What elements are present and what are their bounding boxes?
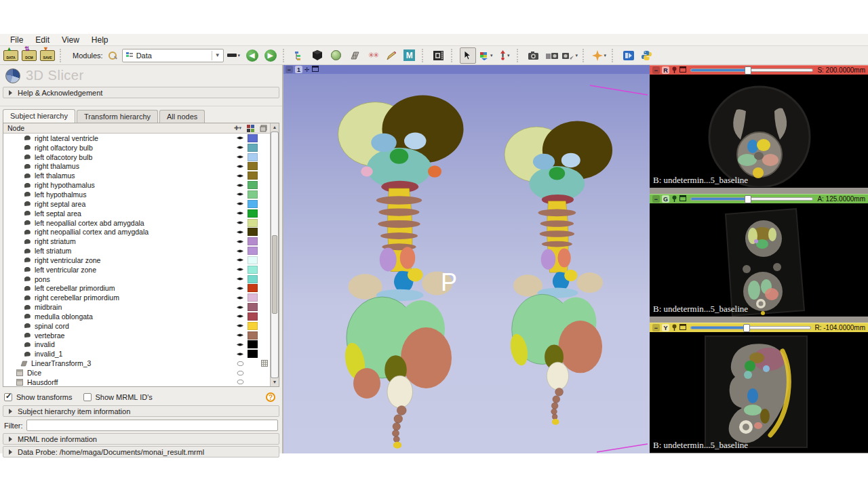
tree-row[interactable]: left hypothalmus xyxy=(3,190,269,199)
color-swatch[interactable] xyxy=(248,275,258,283)
subject-hierarchy-button[interactable] xyxy=(292,47,308,64)
collapse-view-button[interactable]: − xyxy=(652,66,660,74)
transforms-button[interactable] xyxy=(347,47,363,64)
color-swatch[interactable] xyxy=(248,190,258,199)
eye-visible-icon[interactable] xyxy=(235,266,245,272)
volume-rendering-button[interactable] xyxy=(310,47,326,64)
pin-icon[interactable] xyxy=(671,324,677,332)
yellow-slice-view[interactable]: − Y R: -104.0000mm xyxy=(650,323,868,453)
tree-row[interactable]: right hypothamalus xyxy=(3,180,269,190)
eye-visible-icon[interactable] xyxy=(235,191,245,197)
collapse-view-button[interactable]: − xyxy=(652,324,660,331)
stack-column-icon[interactable] xyxy=(260,125,268,132)
color-swatch[interactable] xyxy=(248,378,258,386)
tab-transform-hierarchy[interactable]: Transform hierarchy xyxy=(77,110,158,123)
tree-row[interactable]: left neopallial cortex abd amygdala xyxy=(3,218,269,228)
menu-help[interactable]: Help xyxy=(85,34,115,46)
green-slice-image[interactable]: B: undetermin...5_baseline xyxy=(650,203,868,317)
module-forward-button[interactable]: ▶ xyxy=(262,47,279,64)
tree-scrollbar[interactable]: ▲ ▼ xyxy=(270,123,279,386)
eye-visible-icon[interactable] xyxy=(235,304,245,310)
show-transforms-checkbox[interactable] xyxy=(4,393,12,401)
yellow-slice-image[interactable]: B: undetermin...5_baseline xyxy=(650,332,868,453)
pin-icon[interactable] xyxy=(671,66,677,75)
slice-offset-slider[interactable] xyxy=(690,197,813,201)
colors-button[interactable]: ▾ xyxy=(478,47,494,64)
color-swatch[interactable] xyxy=(248,144,258,152)
compare-button[interactable]: ▾ xyxy=(591,47,608,64)
mouse-mode-button[interactable] xyxy=(460,47,476,64)
color-swatch[interactable] xyxy=(248,153,258,161)
tab-all-nodes[interactable]: All nodes xyxy=(159,110,205,123)
slice-offset-slider[interactable] xyxy=(690,68,813,72)
eye-visible-icon[interactable] xyxy=(235,210,245,216)
eye-visible-icon[interactable] xyxy=(235,154,245,160)
tree-row[interactable]: right olfactory bulb xyxy=(3,143,269,152)
monai-module-button[interactable]: M xyxy=(401,47,418,64)
eye-visible-icon[interactable] xyxy=(235,239,245,245)
screen-capture-button[interactable] xyxy=(431,47,447,64)
tree-row[interactable]: Dice xyxy=(3,368,269,378)
eye-visible-icon[interactable] xyxy=(235,351,245,357)
color-swatch[interactable] xyxy=(248,293,258,302)
tree-row[interactable]: right cerebellar primordium xyxy=(3,293,269,302)
color-swatch[interactable] xyxy=(248,350,258,358)
color-swatch[interactable] xyxy=(248,369,258,377)
tree-row[interactable]: pons xyxy=(3,274,269,284)
load-data-button[interactable]: ▲DATA xyxy=(3,47,19,64)
color-swatch[interactable] xyxy=(248,312,258,321)
tree-row[interactable]: left striatum xyxy=(3,246,269,256)
tab-subject-hierarchy[interactable]: Subject hierarchy xyxy=(3,109,75,123)
show-mrml-ids-checkbox[interactable] xyxy=(83,393,92,401)
pin-icon[interactable]: ✛ xyxy=(304,66,310,73)
eye-hidden-icon[interactable] xyxy=(235,379,245,385)
tree-row[interactable]: left septal area xyxy=(3,209,269,218)
markups-button[interactable]: ✳✳ xyxy=(365,47,381,64)
collapse-view-button[interactable]: − xyxy=(652,195,660,203)
segmentations-button[interactable] xyxy=(328,47,344,64)
eye-visible-icon[interactable] xyxy=(235,276,245,282)
green-slice-view[interactable]: − G A: 125.0000mm xyxy=(650,194,868,317)
tree-row[interactable]: invalid xyxy=(3,340,269,350)
extensions-manager-button[interactable] xyxy=(620,47,637,64)
tree-row[interactable]: right thalamus xyxy=(3,162,269,171)
color-swatch[interactable] xyxy=(248,209,258,218)
color-swatch[interactable] xyxy=(248,228,258,236)
eye-visible-icon[interactable] xyxy=(235,144,245,150)
layout-button[interactable]: ▾ xyxy=(226,47,242,64)
eye-visible-icon[interactable] xyxy=(235,295,245,301)
tree-row[interactable]: Hausdorff xyxy=(3,378,269,386)
color-swatch[interactable] xyxy=(248,162,258,170)
tree-row[interactable]: left thalamus xyxy=(3,171,269,180)
color-column-icon[interactable] xyxy=(247,125,254,132)
eye-visible-icon[interactable] xyxy=(235,201,245,207)
color-swatch[interactable] xyxy=(248,200,258,208)
eye-visible-icon[interactable] xyxy=(235,220,245,226)
color-swatch[interactable] xyxy=(248,331,258,340)
color-swatch[interactable] xyxy=(248,171,258,180)
tree-row[interactable]: left olfacotory bulb xyxy=(3,152,269,162)
tree-row[interactable]: left cerebellar primordium xyxy=(3,284,269,293)
tree-row[interactable]: midbrain xyxy=(3,302,269,312)
eye-visible-icon[interactable] xyxy=(235,173,245,179)
eye-visible-icon[interactable] xyxy=(235,332,245,338)
crosshair-button[interactable]: ▾ xyxy=(496,47,513,64)
tree-row[interactable]: vertebrae xyxy=(3,331,269,340)
menu-file[interactable]: File xyxy=(4,34,29,46)
color-swatch[interactable] xyxy=(248,340,258,348)
slider-handle[interactable] xyxy=(745,195,751,203)
eye-visible-icon[interactable] xyxy=(235,342,245,348)
python-console-button[interactable] xyxy=(639,47,655,64)
tree-row[interactable]: right neopallial cortex and amygdala xyxy=(3,227,269,237)
scroll-down-icon[interactable]: ▼ xyxy=(273,378,277,386)
filter-input[interactable] xyxy=(26,420,279,431)
eye-visible-icon[interactable] xyxy=(235,323,245,329)
tree-row[interactable]: medulla oblongata xyxy=(3,312,269,321)
slice-offset-slider[interactable] xyxy=(690,326,811,329)
tree-row[interactable]: right lateral ventricle xyxy=(3,134,269,143)
threed-view[interactable]: − 1 ✛ xyxy=(283,65,650,453)
eye-visible-icon[interactable] xyxy=(235,257,245,263)
save-button[interactable]: ▼SAVE xyxy=(39,47,56,64)
embryo-model-right[interactable] xyxy=(486,103,631,442)
color-swatch[interactable] xyxy=(248,181,258,189)
